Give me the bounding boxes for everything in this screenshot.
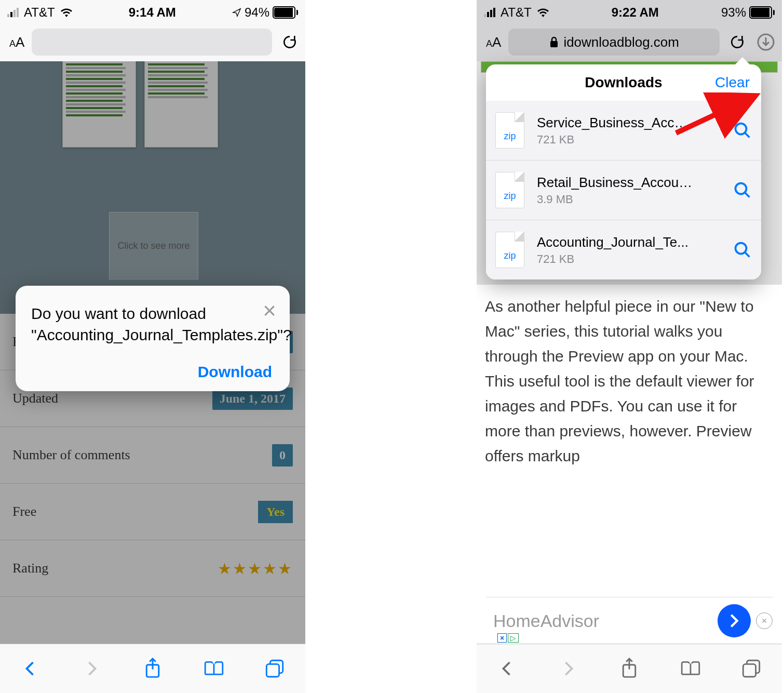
text-size-button[interactable]: AA <box>483 34 504 50</box>
wifi-icon <box>60 8 73 17</box>
time-label: 9:22 AM <box>612 5 659 20</box>
download-item[interactable]: zip Accounting_Journal_Te...721 KB <box>486 220 761 279</box>
adchoices-icon[interactable]: ×▷ <box>497 634 519 642</box>
zip-file-icon: zip <box>495 112 524 149</box>
url-field[interactable]: idownloadblog.com <box>508 29 720 56</box>
refresh-button[interactable] <box>280 33 299 51</box>
forward-button[interactable] <box>80 658 102 679</box>
forward-button <box>557 658 579 679</box>
signal-icon <box>484 8 495 17</box>
ad-close-icon[interactable]: × <box>756 612 773 629</box>
battery-pct: 93% <box>721 5 746 20</box>
location-icon <box>232 8 241 17</box>
download-item[interactable]: zip Service_Business_Accou...721 KB <box>486 101 761 161</box>
zip-file-icon: zip <box>495 172 524 208</box>
wifi-icon <box>537 8 549 17</box>
downloads-button[interactable] <box>756 32 776 52</box>
downloads-title: Downloads <box>585 74 662 91</box>
download-modal: × Do you want to download "Accounting_Jo… <box>16 286 290 391</box>
search-icon[interactable] <box>733 241 752 259</box>
article-text: As another helpful piece in our "New to … <box>481 290 778 473</box>
search-icon[interactable] <box>733 181 752 199</box>
search-icon[interactable] <box>733 121 752 140</box>
time-label: 9:14 AM <box>129 5 176 20</box>
back-button[interactable] <box>496 658 518 679</box>
download-item[interactable]: zip Retail_Business_Account...3.9 MB <box>486 161 761 220</box>
address-bar: AA idownloadblog.com <box>477 23 782 62</box>
modal-message: Do you want to download "Accounting_Jour… <box>31 303 228 345</box>
signal-icon <box>7 8 19 17</box>
close-icon[interactable]: × <box>263 299 276 322</box>
battery-pct: 94% <box>245 5 269 20</box>
carrier-label: AT&T <box>24 5 55 20</box>
svg-rect-2 <box>266 664 279 676</box>
bottom-toolbar <box>0 644 305 693</box>
share-button[interactable] <box>142 658 164 679</box>
lock-icon <box>549 36 559 48</box>
svg-point-6 <box>736 183 747 194</box>
svg-point-7 <box>736 243 747 254</box>
refresh-button[interactable] <box>728 33 747 51</box>
svg-point-5 <box>736 124 747 135</box>
battery-icon <box>749 6 775 19</box>
ad-banner[interactable]: HomeAdvisor × ×▷ <box>486 597 773 644</box>
zip-file-icon: zip <box>495 232 524 268</box>
ad-next-icon[interactable] <box>718 604 751 637</box>
address-bar: AA <box>0 23 305 62</box>
text-size-button[interactable]: AA <box>6 34 28 50</box>
back-button[interactable] <box>20 658 42 679</box>
url-field[interactable] <box>32 29 272 56</box>
ad-label: HomeAdvisor <box>493 611 599 631</box>
downloads-popover: Downloads Clear zip Service_Business_Acc… <box>486 64 761 279</box>
tabs-button[interactable] <box>740 658 762 679</box>
svg-rect-11 <box>743 664 755 676</box>
bookmarks-button[interactable] <box>680 658 701 679</box>
bottom-toolbar <box>477 644 782 693</box>
status-bar: AT&T 9:22 AM 93% <box>477 0 782 23</box>
download-button[interactable]: Download <box>31 363 274 381</box>
carrier-label: AT&T <box>501 5 532 20</box>
status-bar: AT&T 9:14 AM 94% <box>0 0 305 23</box>
tabs-button[interactable] <box>264 658 286 679</box>
battery-icon <box>273 6 298 19</box>
clear-button[interactable]: Clear <box>715 74 750 91</box>
bookmarks-button[interactable] <box>203 658 225 679</box>
svg-rect-3 <box>550 41 558 47</box>
share-button[interactable] <box>618 658 640 679</box>
